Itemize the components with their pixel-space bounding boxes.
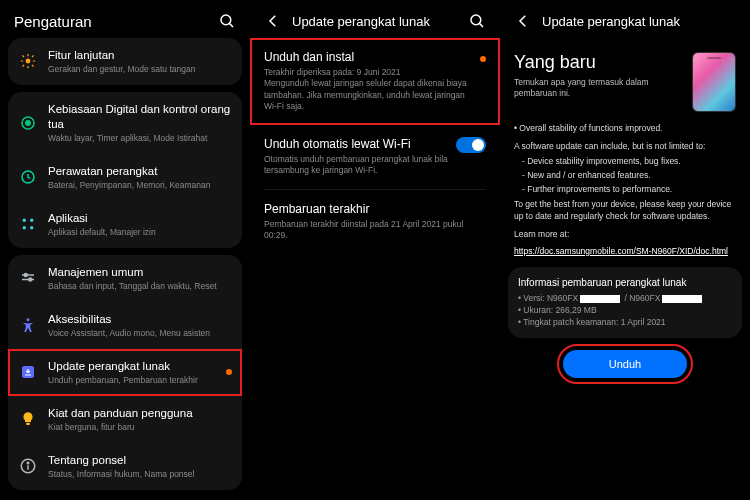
hero: Yang baru Temukan apa yang termasuk dala… [500, 38, 750, 122]
search-icon[interactable] [218, 12, 236, 30]
group: Kebiasaan Digital dan kontrol orang tua … [8, 92, 242, 248]
update-list-panel: Update perangkat lunak Unduh dan instal … [250, 0, 500, 500]
changelog-line: A software update can include, but is no… [514, 140, 736, 152]
device-care-icon [18, 167, 38, 187]
row-subtitle: Status, Informasi hukum, Nama ponsel [48, 469, 232, 480]
search-icon[interactable] [468, 12, 486, 30]
row-text: Aplikasi Aplikasi default, Manajer izin [48, 211, 232, 238]
group: Manajemen umum Bahasa dan input, Tanggal… [8, 255, 242, 490]
back-icon[interactable] [514, 12, 532, 30]
row-title: Aksesibilitas [48, 312, 232, 327]
accessibility-icon [18, 315, 38, 335]
row-subtitle: Waktu layar, Timer aplikasi, Mode Istira… [48, 133, 232, 144]
row-subtitle: Unduh pembaruan, Pembaruan terakhir [48, 375, 216, 386]
svg-point-9 [30, 226, 33, 229]
info-line: • Versi: N960FX / N960FX [518, 293, 732, 305]
wifi-auto-toggle[interactable] [456, 137, 486, 153]
row-unduh-otomatis[interactable]: Unduh otomatis lewat Wi-Fi Otomatis undu… [250, 125, 500, 189]
wellbeing-icon [18, 113, 38, 133]
svg-point-6 [23, 219, 26, 222]
redacted [662, 295, 702, 303]
changelog-line: - Further improvements to performance. [514, 183, 736, 195]
row-manajemen-umum[interactable]: Manajemen umum Bahasa dan input, Tanggal… [8, 255, 242, 302]
settings-list: Fitur lanjutan Gerakan dan gestur, Mode … [0, 38, 250, 500]
about-icon [18, 456, 38, 476]
row-title: Unduh dan instal [264, 50, 472, 64]
row-unduh-instal[interactable]: Unduh dan instal Terakhir diperiksa pada… [250, 38, 500, 125]
learn-more-link[interactable]: https://doc.samsungmobile.com/SM-N960F/X… [514, 245, 728, 257]
row-text: Perawatan perangkat Baterai, Penyimpanan… [48, 164, 232, 191]
row-title: Kiat dan panduan pengguna [48, 406, 232, 421]
row-title: Perawatan perangkat [48, 164, 232, 179]
page-title: Update perangkat lunak [542, 14, 736, 29]
changelog-line: To get the best from your device, please… [514, 198, 736, 223]
svg-point-2 [26, 59, 31, 64]
button-bar: Unduh [500, 338, 750, 394]
header: Update perangkat lunak [500, 0, 750, 38]
row-aplikasi[interactable]: Aplikasi Aplikasi default, Manajer izin [8, 201, 242, 248]
svg-point-12 [24, 274, 27, 277]
hero-title: Yang baru [514, 52, 682, 73]
info-line: • Tingkat patch keamanan: 1 April 2021 [518, 317, 732, 329]
row-title: Tentang ponsel [48, 453, 232, 468]
row-text: Kiat dan panduan pengguna Kiat berguna, … [48, 406, 232, 433]
general-icon [18, 268, 38, 288]
back-icon[interactable] [264, 12, 282, 30]
row-update-perangkat-lunak[interactable]: Update perangkat lunak Unduh pembaruan, … [8, 349, 242, 396]
row-pembaruan-terakhir[interactable]: Pembaruan terakhir Pembaruan terakhir di… [250, 190, 500, 254]
svg-line-21 [479, 23, 483, 27]
row-text: Manajemen umum Bahasa dan input, Tanggal… [48, 265, 232, 292]
row-title: Update perangkat lunak [48, 359, 216, 374]
notification-badge [480, 56, 486, 62]
row-title: Aplikasi [48, 211, 232, 226]
changelog-line: - Device stability improvements, bug fix… [514, 155, 736, 167]
row-title: Pembaruan terakhir [264, 202, 486, 216]
settings-panel: Pengaturan Fitur lanjutan Gerakan dan ge… [0, 0, 250, 500]
row-subtitle: Otomatis unduh pembaruan perangkat lunak… [264, 154, 448, 177]
update-icon [18, 362, 38, 382]
row-title: Kebiasaan Digital dan kontrol orang tua [48, 102, 232, 132]
update-detail-panel: Update perangkat lunak Yang baru Temukan… [500, 0, 750, 500]
advanced-icon [18, 51, 38, 71]
row-kiat[interactable]: Kiat dan panduan pengguna Kiat berguna, … [8, 396, 242, 443]
svg-point-4 [26, 121, 31, 126]
update-info-card: Informasi pembaruan perangkat lunak • Ve… [508, 267, 742, 339]
row-subtitle: Pembaruan terakhir diinstal pada 21 Apri… [264, 219, 486, 242]
group: Fitur lanjutan Gerakan dan gestur, Mode … [8, 38, 242, 85]
row-subtitle: Voice Assistant, Audio mono, Menu asiste… [48, 328, 232, 339]
svg-point-13 [29, 278, 32, 281]
changelog-line: - New and / or enhanced features. [514, 169, 736, 181]
header: Update perangkat lunak [250, 0, 500, 38]
row-title: Unduh otomatis lewat Wi-Fi [264, 137, 448, 151]
redacted [580, 295, 620, 303]
info-title: Informasi pembaruan perangkat lunak [518, 277, 732, 288]
svg-point-14 [27, 319, 30, 322]
hero-subtitle: Temukan apa yang termasuk dalam pembarua… [514, 77, 682, 99]
page-title: Pengaturan [14, 13, 208, 30]
tips-icon [18, 409, 38, 429]
row-kebiasaan-digital[interactable]: Kebiasaan Digital dan kontrol orang tua … [8, 92, 242, 154]
svg-point-7 [30, 219, 33, 222]
download-highlight: Unduh [561, 348, 689, 380]
apps-icon [18, 214, 38, 234]
page-title: Update perangkat lunak [292, 14, 458, 29]
row-subtitle: Gerakan dan gestur, Mode satu tangan [48, 64, 232, 75]
row-subtitle: Terakhir diperiksa pada: 9 Juni 2021 Men… [264, 67, 472, 113]
row-perawatan[interactable]: Perawatan perangkat Baterai, Penyimpanan… [8, 154, 242, 201]
row-aksesibilitas[interactable]: Aksesibilitas Voice Assistant, Audio mon… [8, 302, 242, 349]
row-subtitle: Baterai, Penyimpanan, Memori, Keamanan [48, 180, 232, 191]
changelog-line: Learn more at: [514, 228, 736, 240]
row-subtitle: Aplikasi default, Manajer izin [48, 227, 232, 238]
row-subtitle: Bahasa dan input, Tanggal dan waktu, Res… [48, 281, 232, 292]
svg-line-1 [229, 23, 233, 27]
row-tentang-ponsel[interactable]: Tentang ponsel Status, Informasi hukum, … [8, 443, 242, 490]
header: Pengaturan [0, 0, 250, 38]
download-button[interactable]: Unduh [563, 350, 687, 378]
svg-point-0 [221, 15, 231, 25]
row-fitur-lanjutan[interactable]: Fitur lanjutan Gerakan dan gestur, Mode … [8, 38, 242, 85]
changelog-line: • Overall stability of functions improve… [514, 122, 736, 134]
svg-point-20 [471, 15, 481, 25]
info-line: • Ukuran: 266,29 MB [518, 305, 732, 317]
row-title: Fitur lanjutan [48, 48, 232, 63]
row-subtitle: Kiat berguna, fitur baru [48, 422, 232, 433]
